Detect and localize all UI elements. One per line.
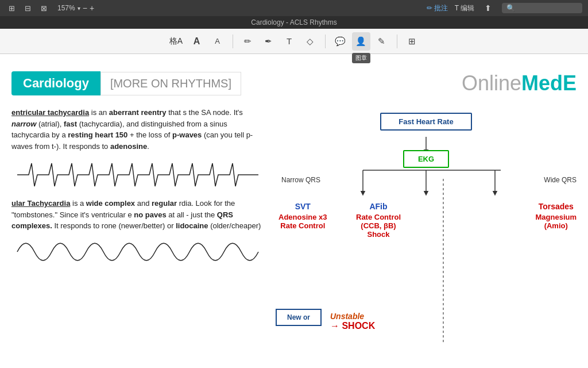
svt-line2: Rate Control bbox=[278, 221, 327, 230]
bottom-section: New or Unstable → SHOCK bbox=[276, 309, 375, 331]
window-icon[interactable]: ⊠ bbox=[38, 2, 49, 14]
text-format-btn[interactable]: 格A bbox=[167, 32, 185, 51]
comment-btn[interactable]: 💬 bbox=[331, 32, 350, 51]
shape-btn[interactable]: ◇ bbox=[301, 32, 319, 51]
afib-line2: (CCB, βB) bbox=[356, 221, 401, 230]
new-or-text: New or bbox=[283, 313, 315, 321]
new-or-box: New or bbox=[276, 309, 322, 326]
os-bar: ⊞ ⊟ ⊠ 157% ▾ − + ✏ 批注 T 编辑 ⬆ 🔍 bbox=[0, 0, 588, 16]
svt-item: SVT Adenosine x3 Rate Control bbox=[278, 202, 327, 230]
zoom-in-button[interactable]: + bbox=[90, 3, 94, 13]
os-bar-left: ⊞ ⊟ ⊠ 157% ▾ − + bbox=[6, 2, 94, 14]
sign-btn[interactable]: ✎ bbox=[373, 32, 391, 51]
svt-line1: Adenosine x3 bbox=[278, 213, 327, 221]
stamp-tooltip: 图章 bbox=[352, 53, 370, 63]
pdf-page: Cardiology [MORE ON RHYTHMS] OnlineMedE … bbox=[0, 54, 588, 368]
afib-item: AFib Rate Control (CCB, βB) Shock bbox=[356, 202, 401, 239]
separator-3 bbox=[397, 34, 397, 48]
ekg-box: EKG bbox=[403, 150, 449, 168]
os-bar-icons: ⊞ ⊟ ⊠ bbox=[6, 2, 49, 14]
content-area: Cardiology [MORE ON RHYTHMS] OnlineMedE … bbox=[0, 54, 588, 368]
torsades-line1: Magnesium bbox=[535, 213, 577, 221]
top-right-actions: ✏ 批注 T 编辑 ⬆ 🔍 bbox=[427, 1, 582, 15]
zoom-out-button[interactable]: − bbox=[83, 3, 87, 13]
term-ventricular: entricular tachycardia bbox=[11, 108, 89, 117]
ekg-waveform-2 bbox=[11, 237, 264, 266]
edit-icon: T bbox=[455, 4, 459, 12]
search-input[interactable] bbox=[518, 4, 575, 12]
pen-btn[interactable]: ✒ bbox=[260, 32, 278, 51]
zoom-control: 157% ▾ − + bbox=[57, 3, 94, 13]
text-small-btn[interactable]: A bbox=[208, 32, 227, 51]
annotate-button[interactable]: ✏ 批注 bbox=[427, 3, 448, 13]
text-column: entricular tachycardia is an aberrant re… bbox=[11, 107, 276, 356]
para1: entricular tachycardia is an aberrant re… bbox=[11, 107, 264, 152]
edit-button[interactable]: T 编辑 bbox=[455, 3, 474, 13]
brand: OnlineMedE bbox=[462, 71, 577, 95]
zoom-dropdown-icon[interactable]: ▾ bbox=[78, 5, 80, 12]
toolbar-group-tools: 💬 👤 图章 ✎ bbox=[331, 32, 391, 51]
apps-icon[interactable]: ⊟ bbox=[22, 2, 33, 14]
crop-btn[interactable]: ⊞ bbox=[403, 32, 421, 51]
toolbar-group-draw: ✏ ✒ T ◇ bbox=[239, 32, 319, 51]
flow-diagram: Fast Heart Rate EKG Narrow QRS Wide QRS … bbox=[276, 113, 577, 343]
search-icon: 🔍 bbox=[506, 4, 515, 12]
main-content: entricular tachycardia is an aberrant re… bbox=[11, 107, 577, 356]
brand-colored: MedE bbox=[521, 71, 577, 95]
torsades-line2: (Amio) bbox=[535, 221, 577, 230]
narrow-qrs-label: Narrow QRS bbox=[281, 176, 320, 184]
search-box[interactable]: 🔍 bbox=[502, 3, 582, 13]
unstable-label: Unstable bbox=[330, 312, 375, 321]
term-tachycardia: ular Tachycardia bbox=[11, 199, 70, 208]
share-button[interactable]: ⬆ bbox=[481, 1, 495, 15]
afib-line3: Shock bbox=[356, 230, 401, 239]
afib-line1: Rate Control bbox=[356, 213, 401, 221]
shock-label: → SHOCK bbox=[330, 321, 375, 331]
toolbar-group-text: 格A A A bbox=[167, 32, 227, 51]
eraser-btn[interactable]: ✏ bbox=[239, 32, 257, 51]
torsades-title: Torsades bbox=[535, 202, 577, 211]
text-large-btn[interactable]: A bbox=[188, 32, 206, 51]
stamp-btn[interactable]: 👤 图章 bbox=[352, 32, 370, 51]
fast-heart-rate-box: Fast Heart Rate bbox=[380, 113, 472, 131]
grid-icon[interactable]: ⊞ bbox=[6, 2, 17, 14]
diagram-column: Fast Heart Rate EKG Narrow QRS Wide QRS … bbox=[276, 107, 577, 356]
afib-title: AFib bbox=[356, 202, 401, 211]
document-title: Cardiology - ACLS Rhythms bbox=[251, 18, 336, 26]
toolbar: 格A A A ✏ ✒ T ◇ 💬 👤 图章 ✎ bbox=[0, 29, 588, 54]
wide-qrs-label: Wide QRS bbox=[544, 176, 577, 184]
header-subtitle: [MORE ON RHYTHMS] bbox=[100, 72, 241, 95]
svt-title: SVT bbox=[278, 202, 327, 211]
separator-1 bbox=[233, 34, 233, 48]
torsades-item: Torsades Magnesium (Amio) bbox=[535, 202, 577, 230]
para2: ular Tachycardia is a wide complex and r… bbox=[11, 198, 264, 232]
cardiology-badge: Cardiology bbox=[11, 71, 100, 95]
title-bar: Cardiology - ACLS Rhythms bbox=[0, 16, 588, 29]
pencil-icon: ✏ bbox=[427, 4, 432, 12]
zoom-level[interactable]: 157% bbox=[57, 4, 75, 12]
unstable-section: Unstable → SHOCK bbox=[330, 309, 375, 331]
ekg-waveform-1 bbox=[11, 158, 264, 192]
text-btn[interactable]: T bbox=[280, 32, 299, 51]
separator-2 bbox=[325, 34, 326, 48]
